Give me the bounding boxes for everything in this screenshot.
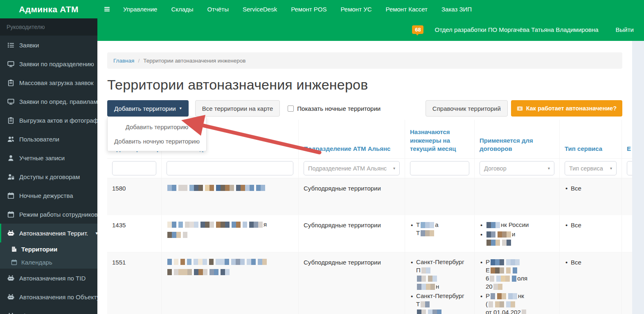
- list-item: Санкт-ПетербургПн: [410, 258, 469, 291]
- redacted-text: [486, 231, 511, 238]
- sidebar-item[interactable]: Выгрузка актов и фотографий: [0, 111, 97, 130]
- sidebar-group: Режим работы сотрудников: [0, 205, 97, 224]
- list-item: нк России: [480, 221, 554, 229]
- navbar-user-row: 68 Отдел разработки ПО Моргачёва Татьяна…: [97, 18, 644, 41]
- filter-select[interactable]: Подразделение АТМ Альянс▾: [304, 161, 400, 175]
- sidebar-item[interactable]: Заявки по подразделению: [0, 54, 97, 73]
- add-territories-label: Добавить территории: [114, 105, 176, 112]
- visible-text: и: [512, 231, 515, 238]
- chevron-down-icon: ▾: [96, 231, 97, 236]
- list-item-line: Т: [416, 229, 469, 237]
- redacted-text: [417, 276, 437, 282]
- list-item-line: 6оля: [486, 274, 554, 283]
- list-item-line: от 01.04.202: [486, 308, 554, 314]
- table-body: 1580Субподрядные территорииВсе1435яСубпо…: [107, 178, 632, 314]
- list-icon: [7, 42, 14, 49]
- redacted-text: [522, 310, 526, 314]
- filter-select[interactable]: ▾: [627, 161, 632, 175]
- sidebar-group: Автоназначения по Объекту: [0, 287, 97, 306]
- user-name[interactable]: Отдел разработки ПО Моргачёва Татьяна Вл…: [435, 26, 598, 33]
- breadcrumb-home-link[interactable]: Главная: [113, 58, 134, 64]
- cell-contracts: РЕ6оля20Рнк(от 01.04.202: [475, 252, 560, 314]
- dropdown-menu-item[interactable]: Добавить территорию: [108, 120, 206, 134]
- sidebar-group: Массовая загрузка заявок: [0, 73, 97, 92]
- redacted-text: [491, 267, 517, 274]
- sidebar-group: Пользователи: [0, 130, 97, 148]
- bullet-list: ТаТ: [410, 221, 469, 237]
- monitor-icon: [7, 61, 14, 67]
- sidebar-subitem[interactable]: Территории: [0, 242, 97, 256]
- table-header-cell: Е: [622, 120, 632, 158]
- add-territories-button[interactable]: Добавить территории ▾: [107, 100, 189, 117]
- filter-input[interactable]: [410, 161, 469, 175]
- app-logo[interactable]: Админка АТМ: [0, 0, 97, 18]
- calendar-icon: [7, 211, 14, 218]
- sidebar-item[interactable]: А/н по категории заявки: [0, 306, 97, 314]
- list-item: Все: [565, 221, 617, 230]
- app-window: Админка АТМ Руководителю ЗаявкиЗаявки по…: [0, 0, 644, 314]
- dropdown-menu-item[interactable]: Добавить ночную территорию: [108, 134, 206, 148]
- sidebar-item[interactable]: Массовая загрузка заявок: [0, 73, 97, 92]
- nav-item[interactable]: Ремонт УС: [334, 6, 379, 13]
- list-item: ТаТ: [410, 221, 469, 237]
- film-icon: [517, 105, 523, 112]
- sidebar-item[interactable]: Пользователи: [0, 130, 97, 148]
- nav-item[interactable]: Склады: [164, 6, 200, 13]
- redacted-text: [489, 301, 515, 307]
- redacted-name-line: [167, 268, 293, 276]
- checkbox-box[interactable]: [288, 105, 294, 112]
- nav-item[interactable]: ServiceDesk: [236, 6, 284, 13]
- list-item-line: [416, 308, 469, 314]
- cell-identifier: 1580: [107, 178, 162, 215]
- visible-text: оля: [517, 275, 527, 282]
- logout-link[interactable]: Выйти: [616, 26, 634, 33]
- sidebar-toggle-button[interactable]: [97, 6, 116, 13]
- visible-text: Санкт-Петербург: [416, 292, 464, 299]
- cell-identifier: 1435: [107, 215, 162, 252]
- sidebar-item[interactable]: Заявки по опред. правилам: [0, 92, 97, 111]
- redacted-text: [167, 269, 230, 275]
- sidebar-item-label: Автоназначения по Объекту: [19, 294, 97, 301]
- sidebar-item[interactable]: Заявки: [0, 36, 97, 54]
- filter-select[interactable]: Договор▾: [480, 161, 554, 175]
- sidebar-item[interactable]: Учетные записи: [0, 148, 97, 167]
- all-territories-map-button[interactable]: Все территории на карте: [195, 100, 280, 117]
- cell-extra: [622, 215, 632, 252]
- cell-engineers: ТаТ: [405, 215, 475, 252]
- nav-item[interactable]: Ремонт Кассет: [379, 6, 435, 13]
- table-filter-cell: [162, 159, 299, 178]
- monitor-icon: [7, 98, 14, 105]
- nav-item[interactable]: Ремонт POS: [284, 6, 333, 13]
- nav-item[interactable]: Управление: [116, 6, 164, 13]
- filter-input[interactable]: [167, 161, 293, 175]
- redacted-name-line: [167, 184, 293, 191]
- list-item-line: Рнк: [486, 292, 554, 300]
- sidebar-item[interactable]: Доступы к договорам: [0, 167, 97, 186]
- sidebar-subitem[interactable]: Календарь: [0, 256, 97, 269]
- cell-extra: [622, 252, 632, 314]
- territory-reference-button[interactable]: Справочник территорий: [426, 100, 508, 117]
- cell-service-type: Все: [560, 252, 622, 314]
- table-filter-cell: Договор▾: [475, 159, 560, 178]
- nav-item[interactable]: Отчёты: [200, 6, 236, 13]
- sidebar-group: Выгрузка актов и фотографий: [0, 111, 97, 130]
- sidebar-item[interactable]: Режим работы сотрудников: [0, 205, 97, 224]
- list-item: Рнк(от 01.04.202: [480, 292, 554, 314]
- filter-select[interactable]: Тип сервиса▾: [565, 161, 617, 175]
- sidebar-item[interactable]: Ночные дежурства: [0, 186, 97, 205]
- nav-item[interactable]: Заказ ЗИП: [435, 6, 479, 13]
- sidebar-item[interactable]: Автоназначения по Объекту: [0, 287, 97, 306]
- how-autoassign-works-button[interactable]: Как работает автоназначение?: [511, 100, 622, 117]
- sidebar-group: Учетные записи: [0, 148, 97, 167]
- filter-select-value: Договор: [484, 165, 507, 172]
- notification-badge[interactable]: 68: [412, 25, 423, 34]
- show-night-territories-checkbox[interactable]: Показать ночные территории: [288, 105, 381, 112]
- redacted-text: [167, 185, 265, 191]
- sidebar-group: Заявки: [0, 36, 97, 54]
- filter-input[interactable]: [112, 161, 156, 175]
- user-icon: [7, 155, 14, 161]
- redacted-name-line: [167, 258, 293, 265]
- sidebar-item[interactable]: Автоназначения Террит.▾: [0, 224, 97, 242]
- cell-engineers: Санкт-ПетербургПнСанкт-ПетербургТ: [405, 252, 475, 314]
- sidebar-item[interactable]: Автоназначения по TID: [0, 269, 97, 287]
